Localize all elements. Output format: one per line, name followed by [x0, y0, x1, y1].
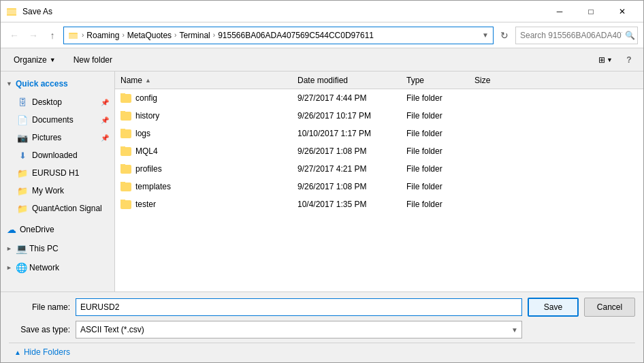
breadcrumb-item[interactable]	[68, 30, 79, 41]
address-chevron-icon[interactable]: ▼	[482, 31, 489, 39]
header-type[interactable]: Type	[406, 76, 474, 85]
table-row[interactable]: tester 10/4/2017 1:35 PM File folder	[115, 195, 643, 213]
refresh-button[interactable]: ↻	[496, 27, 513, 44]
sidebar-item-desktop[interactable]: 🗄 Desktop 📌	[1, 93, 114, 111]
header-name[interactable]: Name ▲	[120, 76, 297, 85]
network-icon: 🌐	[16, 262, 27, 273]
address-bar[interactable]: › Roaming › MetaQuotes › Terminal › 9155…	[63, 27, 494, 44]
filetype-select[interactable]: ASCII Text (*.csv)	[76, 321, 522, 338]
sidebar-section-quick-access[interactable]: ▼ Quick access	[1, 74, 114, 93]
title-bar-left: Save As	[6, 6, 52, 17]
hide-folders-row[interactable]: ▲ Hide Folders	[9, 343, 635, 357]
date-header-label: Date modified	[297, 76, 348, 85]
file-name-cell: templates	[120, 182, 297, 191]
folder-small-icon	[68, 30, 79, 41]
hide-folders-label: Hide Folders	[24, 347, 70, 357]
table-row[interactable]: MQL4 9/26/2017 1:08 PM File folder	[115, 142, 643, 160]
file-type-cell: File folder	[406, 93, 474, 103]
title-bar-controls: ─ □ ✕	[544, 1, 638, 22]
close-button[interactable]: ✕	[607, 1, 638, 22]
documents-icon: 📄	[17, 114, 28, 125]
network-label: Network	[29, 263, 59, 272]
filename-label: File name:	[9, 302, 70, 312]
table-row[interactable]: profiles 9/27/2017 4:21 PM File folder	[115, 160, 643, 178]
organize-button[interactable]: Organize ▼	[6, 51, 63, 69]
table-row[interactable]: logs 10/10/2017 1:17 PM File folder	[115, 125, 643, 142]
table-row[interactable]: history 9/26/2017 10:17 PM File folder	[115, 107, 643, 125]
file-date-cell: 9/26/2017 1:08 PM	[297, 146, 406, 156]
quantaction-folder-icon: 📁	[17, 203, 28, 214]
save-as-dialog: Save As ─ □ ✕ ← → ↑ › Roaming › Met	[0, 0, 644, 363]
file-type-cell: File folder	[406, 111, 474, 121]
onedrive-icon: ☁	[6, 224, 17, 235]
file-date-cell: 9/26/2017 1:08 PM	[297, 182, 406, 191]
filename-input[interactable]	[76, 298, 522, 316]
forward-button[interactable]: →	[25, 27, 42, 44]
main-content: ▼ Quick access 🗄 Desktop 📌 📄 Documents 📌…	[1, 72, 643, 291]
sidebar-eurusd-label: EURUSD H1	[32, 168, 79, 178]
up-button[interactable]: ↑	[44, 27, 61, 44]
file-name: history	[135, 111, 159, 121]
sidebar-item-quantaction[interactable]: 📁 QuantAction Signal	[1, 200, 114, 217]
mywork-folder-icon: 📁	[17, 185, 28, 196]
sidebar-pictures-label: Pictures	[32, 133, 61, 142]
search-box[interactable]: 🔍	[515, 27, 638, 44]
file-name-cell: profiles	[120, 164, 297, 174]
file-name: config	[135, 93, 157, 103]
sidebar-section-thispc[interactable]: ► 💻 This PC	[1, 239, 114, 258]
folder-icon	[120, 94, 131, 103]
file-name: templates	[135, 182, 171, 191]
hide-folders-arrow-icon: ▲	[14, 349, 21, 356]
sidebar-item-downloaded[interactable]: ⬇ Downloaded	[1, 146, 114, 164]
breadcrumb-hash[interactable]: 915566BA06ADA407569C544CC0D97611	[218, 31, 374, 40]
pin-icon: 📌	[101, 99, 109, 106]
search-input[interactable]	[520, 31, 622, 40]
download-icon: ⬇	[17, 150, 28, 161]
sidebar-item-eurusd[interactable]: 📁 EURUSD H1	[1, 164, 114, 182]
dialog-icon	[6, 6, 17, 17]
filetype-label: Save as type:	[9, 325, 70, 334]
title-bar: Save As ─ □ ✕	[1, 1, 643, 22]
folder-icon	[120, 165, 131, 174]
file-name: MQL4	[135, 146, 158, 156]
header-size[interactable]: Size	[474, 76, 529, 85]
filetype-select-wrapper[interactable]: ASCII Text (*.csv) ▼	[76, 321, 522, 338]
sidebar-item-documents[interactable]: 📄 Documents 📌	[1, 111, 114, 129]
sidebar-item-pictures[interactable]: 📷 Pictures 📌	[1, 129, 114, 146]
breadcrumb-metaquotes[interactable]: MetaQuotes	[127, 31, 172, 40]
toolbar: Organize ▼ New folder ⊞ ▼ ?	[1, 48, 643, 72]
type-header-label: Type	[406, 76, 424, 85]
sidebar-section-network[interactable]: ► 🌐 Network	[1, 258, 114, 277]
folder-icon	[120, 112, 131, 121]
minimize-button[interactable]: ─	[544, 1, 575, 22]
new-folder-button[interactable]: New folder	[66, 51, 120, 69]
breadcrumb-roaming[interactable]: Roaming	[86, 31, 119, 40]
table-row[interactable]: config 9/27/2017 4:44 PM File folder	[115, 89, 643, 107]
table-row[interactable]: templates 9/26/2017 1:08 PM File folder	[115, 178, 643, 195]
organize-label: Organize	[14, 55, 47, 65]
file-list-area: Name ▲ Date modified Type Size config	[115, 72, 643, 291]
folder-icon	[120, 183, 131, 191]
save-button[interactable]: Save	[528, 298, 579, 317]
size-header-label: Size	[474, 76, 490, 85]
cancel-button[interactable]: Cancel	[584, 298, 635, 317]
sidebar-item-mywork[interactable]: 📁 My Work	[1, 182, 114, 200]
file-name-cell: config	[120, 93, 297, 103]
bottom-panel: File name: Save Cancel Save as type: ASC…	[1, 291, 643, 362]
sidebar-documents-label: Documents	[32, 115, 74, 125]
maximize-button[interactable]: □	[575, 1, 607, 22]
view-button[interactable]: ⊞ ▼	[594, 51, 617, 69]
search-icon: 🔍	[625, 31, 635, 40]
file-name-cell: tester	[120, 200, 297, 209]
quick-access-toggle-icon: ▼	[6, 80, 13, 87]
breadcrumb-terminal[interactable]: Terminal	[179, 31, 210, 40]
back-button[interactable]: ←	[6, 27, 22, 44]
file-name: tester	[135, 200, 156, 209]
network-toggle-icon: ►	[6, 264, 13, 271]
help-button[interactable]: ?	[620, 51, 638, 69]
header-date-modified[interactable]: Date modified	[297, 76, 406, 85]
sidebar-section-onedrive[interactable]: ☁ OneDrive	[1, 220, 114, 239]
sidebar-desktop-label: Desktop	[32, 97, 62, 107]
eurusd-folder-icon: 📁	[17, 168, 28, 178]
folder-icon	[120, 147, 131, 156]
